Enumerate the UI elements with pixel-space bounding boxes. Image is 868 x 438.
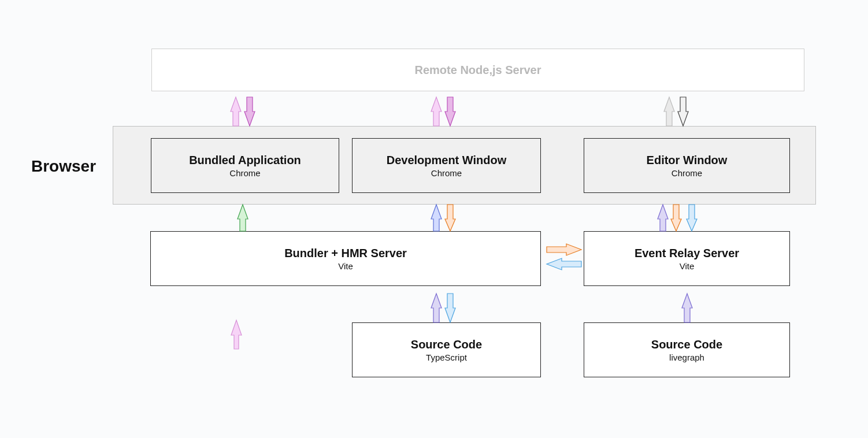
svg-marker-12 bbox=[687, 205, 697, 231]
svg-marker-17 bbox=[682, 294, 692, 322]
svg-marker-1 bbox=[231, 97, 241, 126]
arrow-relay-editor bbox=[658, 205, 697, 231]
arrow-remote-devwin bbox=[431, 97, 455, 126]
svg-marker-15 bbox=[431, 294, 442, 322]
svg-marker-11 bbox=[671, 205, 681, 231]
svg-marker-6 bbox=[678, 97, 688, 126]
svg-marker-2 bbox=[244, 97, 255, 126]
arrow-remote-editor bbox=[664, 97, 688, 126]
svg-marker-9 bbox=[445, 205, 455, 231]
svg-marker-16 bbox=[445, 294, 455, 322]
svg-marker-5 bbox=[664, 97, 674, 126]
arrow-bundler-srcts bbox=[431, 294, 455, 322]
arrow-bundler-bundled bbox=[238, 205, 248, 231]
svg-marker-4 bbox=[445, 97, 455, 126]
arrow-bundler-relay bbox=[547, 244, 581, 270]
arrow-relay-srclg bbox=[682, 294, 692, 322]
arrow-bundler-devwin bbox=[431, 205, 455, 231]
svg-marker-13 bbox=[547, 244, 581, 255]
svg-marker-14 bbox=[547, 258, 581, 270]
svg-marker-10 bbox=[658, 205, 668, 231]
diagram-arrows-icon bbox=[0, 0, 868, 438]
svg-marker-0 bbox=[231, 320, 242, 349]
svg-marker-3 bbox=[431, 97, 442, 126]
svg-marker-8 bbox=[431, 205, 442, 231]
svg-marker-7 bbox=[238, 205, 248, 231]
